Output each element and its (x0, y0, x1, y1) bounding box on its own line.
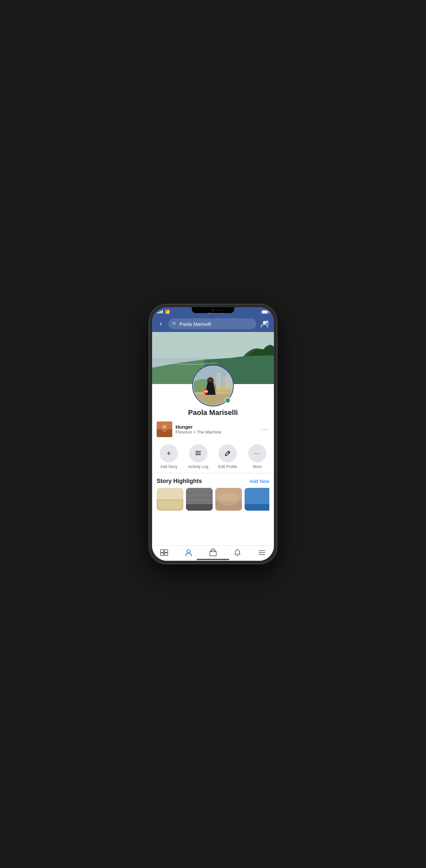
online-indicator (225, 397, 231, 403)
nav-profile[interactable] (176, 549, 201, 557)
svg-rect-6 (216, 373, 221, 389)
highlight-item-1[interactable] (157, 488, 183, 510)
battery-icon (261, 310, 269, 314)
activity-log-label: Activity Log (188, 464, 208, 469)
svg-rect-39 (245, 504, 269, 510)
highlight-item-2[interactable] (186, 488, 213, 510)
profile-section: Paola Mariselli (152, 384, 274, 513)
highlights-header: Story Highlights Add New (157, 478, 269, 485)
music-title: Hunger (175, 424, 257, 430)
wifi-icon: 📶 (165, 310, 170, 314)
highlights-row (157, 488, 269, 510)
status-left: 📶 (157, 310, 170, 314)
highlight-item-3[interactable] (215, 488, 242, 510)
edit-profile-button[interactable]: Edit Profile (214, 444, 242, 469)
svg-rect-42 (161, 553, 164, 556)
nav-marketplace[interactable] (201, 549, 225, 557)
highlights-section: Story Highlights Add New (152, 474, 274, 513)
svg-rect-41 (165, 550, 168, 552)
highlights-title: Story Highlights (157, 478, 202, 485)
avatar-container[interactable] (194, 366, 232, 405)
edit-profile-icon (219, 444, 237, 463)
activity-log-icon (189, 444, 207, 463)
svg-point-0 (263, 321, 266, 324)
svg-point-25 (195, 454, 196, 455)
nav-bar: ‹ 🔍 Paola Mariselli (152, 316, 274, 332)
search-icon: 🔍 (172, 321, 177, 327)
activity-log-button[interactable]: Activity Log (184, 444, 213, 469)
add-story-icon: + (160, 444, 178, 463)
edit-profile-label: Edit Profile (218, 464, 237, 469)
svg-rect-43 (165, 553, 168, 556)
more-label: More (253, 464, 261, 469)
svg-rect-40 (161, 550, 164, 552)
section-divider (152, 473, 274, 473)
music-thumbnail (157, 422, 172, 437)
profile-name: Paola Mariselli (188, 408, 238, 417)
svg-point-19 (163, 425, 166, 428)
music-info: Hunger Florence + The Machine (175, 424, 257, 434)
music-artist: Florence + The Machine (175, 430, 257, 434)
nav-feed[interactable] (152, 549, 176, 557)
highlights-add-button[interactable]: Add New (250, 478, 269, 484)
svg-point-23 (195, 451, 196, 452)
bottom-nav (152, 546, 274, 561)
add-story-button[interactable]: + Add Story (155, 444, 183, 469)
action-buttons: + Add Story (152, 440, 274, 473)
svg-rect-14 (208, 378, 213, 379)
search-bar[interactable]: 🔍 Paola Mariselli (168, 318, 256, 329)
svg-point-44 (187, 550, 190, 553)
svg-rect-29 (158, 501, 182, 509)
nav-notifications[interactable] (225, 549, 250, 557)
status-right (261, 310, 269, 314)
back-button[interactable]: ‹ (156, 319, 166, 328)
music-card: Hunger Florence + The Machine ⋯ (152, 418, 274, 440)
profile-switch-icon[interactable] (259, 318, 270, 329)
music-more-button[interactable]: ⋯ (260, 424, 269, 434)
svg-point-24 (195, 453, 196, 454)
signal-bars-icon (157, 310, 163, 313)
more-button[interactable]: ⋯ More (243, 444, 272, 469)
more-icon: ⋯ (248, 444, 266, 463)
svg-rect-31 (186, 504, 213, 510)
svg-point-37 (219, 493, 238, 506)
nav-menu[interactable] (250, 549, 274, 557)
search-text: Paola Mariselli (179, 321, 211, 327)
svg-rect-45 (210, 552, 216, 556)
highlight-item-4[interactable] (245, 488, 269, 510)
add-story-label: Add Story (160, 464, 177, 469)
